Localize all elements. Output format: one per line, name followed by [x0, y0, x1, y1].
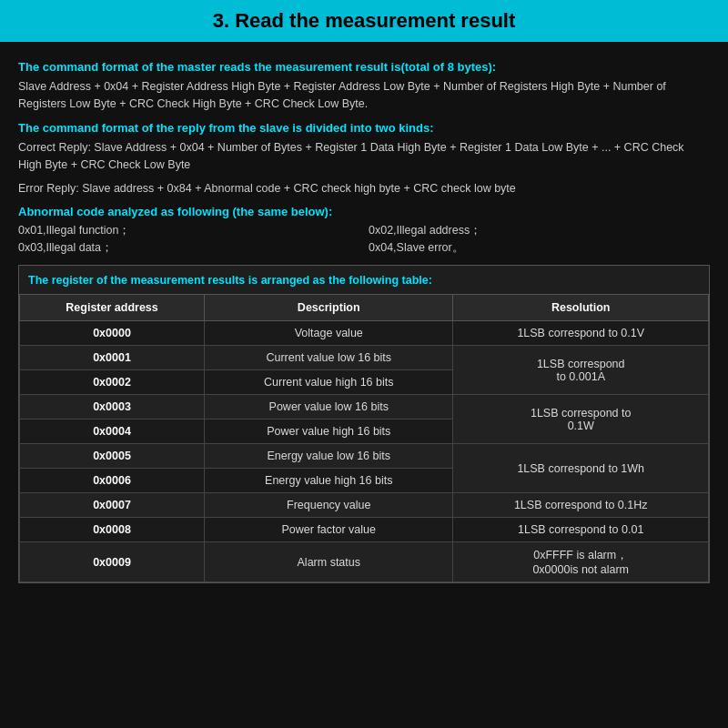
abnormal-code-01: 0x01,Illegal function； — [18, 223, 359, 238]
page-wrapper: 3. Read the measurement result The comma… — [0, 0, 728, 728]
reply-format-header: The command format of the reply from the… — [18, 121, 710, 135]
error-reply-text: Error Reply: Slave address + 0x84 + Abno… — [18, 180, 710, 197]
abnormal-code-04: 0x04,Slave error。 — [369, 240, 710, 256]
master-format-text: Slave Address + 0x04 + Register Address … — [18, 78, 710, 114]
table-row: 0x0005Energy value low 16 bits1LSB corre… — [20, 444, 709, 469]
register-table-section: The register of the measurement results … — [18, 265, 710, 584]
table-row: 0x0003Power value low 16 bits1LSB corres… — [20, 395, 709, 420]
main-content: The command format of the master reads t… — [0, 42, 728, 728]
col-header-address: Register address — [20, 295, 205, 321]
table-row: 0x0009Alarm status0xFFFF is alarm， 0x000… — [20, 542, 709, 582]
master-format-header: The command format of the master reads t… — [18, 60, 710, 74]
table-row: 0x0000Voltage value1LSB correspond to 0.… — [20, 321, 709, 346]
table-row: 0x0007Frequency value1LSB correspond to … — [20, 493, 709, 518]
abnormal-code-03: 0x03,Illegal data； — [18, 240, 359, 256]
abnormal-code-02: 0x02,Illegal address； — [369, 223, 710, 238]
register-table: Register address Description Resolution … — [19, 294, 709, 582]
abnormal-header: Abnormal code analyzed as following (the… — [18, 205, 710, 218]
table-row: 0x0008Power factor value1LSB correspond … — [20, 518, 709, 542]
col-header-description: Description — [205, 295, 453, 321]
table-intro: The register of the measurement results … — [19, 266, 709, 295]
correct-reply-text: Correct Reply: Slave Address + 0x04 + Nu… — [18, 139, 710, 175]
col-header-resolution: Resolution — [453, 295, 709, 321]
table-row: 0x0001Current value low 16 bits1LSB corr… — [20, 346, 709, 370]
table-header-row: Register address Description Resolution — [20, 295, 709, 321]
abnormal-codes-grid: 0x01,Illegal function； 0x02,Illegal addr… — [18, 223, 710, 256]
page-title: 3. Read the measurement result — [0, 0, 728, 42]
